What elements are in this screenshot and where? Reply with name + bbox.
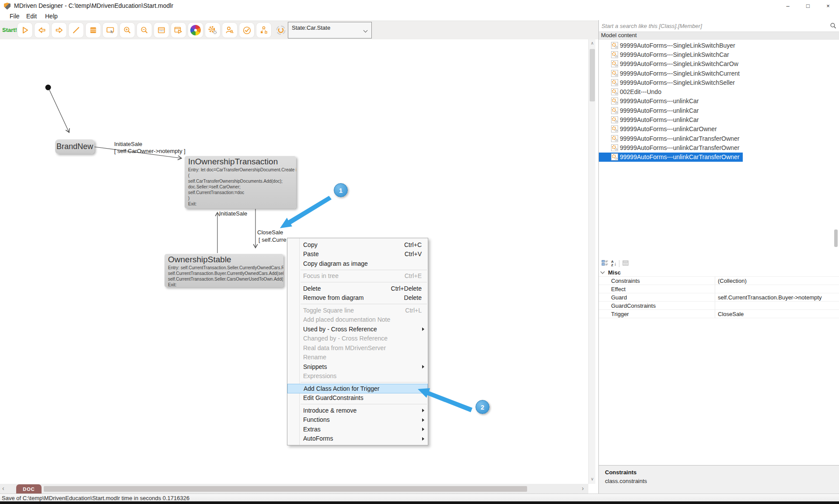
tree-item[interactable]: 002Edit---Undo — [599, 87, 665, 96]
search-icon[interactable] — [830, 22, 837, 29]
tree-item[interactable]: 99999AutoForms---unlinkCarTransferOwner — [599, 134, 743, 143]
minimize-button[interactable]: – — [778, 0, 798, 12]
state-body-line: doc.Seller:=self.CarOwner; — [185, 184, 296, 190]
play-button[interactable] — [17, 22, 33, 38]
tree-item[interactable]: 99999AutoForms---unlinkCar — [599, 97, 703, 106]
search-input[interactable] — [601, 21, 825, 30]
state-ownership-stable[interactable]: OwnershipStable Entry: self.CurrentTrans… — [164, 254, 283, 287]
state-in-ownership-transaction[interactable]: InOwnershipTransaction Entry: let doc=Ca… — [185, 156, 296, 209]
menu-item-rename: Rename — [287, 353, 428, 362]
doc-tab[interactable]: DOC — [16, 484, 42, 494]
canvas-vertical-scrollbar[interactable]: ∧ ∨ — [588, 39, 595, 484]
state-brandnew[interactable]: BrandNew — [55, 139, 94, 154]
state-dropdown[interactable]: State:Car.State — [288, 22, 372, 38]
zoom-out-button[interactable] — [136, 22, 152, 38]
scroll-down-icon[interactable]: ∨ — [589, 476, 596, 481]
menu-separator — [301, 270, 427, 270]
tree-item-label: 99999AutoForms---unlinkCarTransferOwner — [620, 144, 739, 151]
tree-item-label: 99999AutoForms---unlinkCar — [620, 116, 699, 123]
zoom-in-button[interactable] — [119, 22, 135, 38]
maximize-button[interactable]: □ — [798, 0, 818, 12]
property-value[interactable]: CloseSale — [715, 310, 839, 318]
tree-item[interactable]: 99999AutoForms---unlinkCar — [599, 106, 703, 115]
menu-item-autoforms[interactable]: AutoForms — [287, 434, 428, 444]
menu-item-paste[interactable]: PasteCtrl+V — [287, 250, 428, 259]
transition-label-initiatesale-up[interactable]: InitiateSale — [219, 210, 247, 217]
property-value[interactable] — [715, 302, 839, 309]
vertical-scroll-thumb[interactable] — [590, 49, 595, 101]
menu-edit[interactable]: Edit — [24, 13, 38, 20]
menu-item-extras[interactable]: Extras — [287, 424, 428, 434]
menu-file[interactable]: File — [8, 13, 21, 20]
menu-item-delete[interactable]: DeleteCtrl+Delete — [287, 284, 428, 293]
scroll-up-icon[interactable]: ∧ — [589, 41, 596, 45]
menu-item-remove-from-diagram[interactable]: Remove from diagramDelete — [287, 293, 428, 303]
menu-item-functions[interactable]: Functions — [287, 415, 428, 425]
app-icon — [4, 3, 10, 10]
state-body-line: self.CurrentTransaction.Seller.CarsOwner… — [164, 276, 283, 282]
window-play-button[interactable] — [171, 22, 186, 38]
diagram-nodes-button[interactable] — [256, 22, 272, 38]
tree-item[interactable]: 99999AutoForms---SingleLinkSwitchBuyer — [599, 41, 739, 50]
forward-button[interactable] — [51, 22, 67, 38]
tree-scroll-thumb[interactable] — [834, 229, 838, 247]
menu-item-label: Delete — [303, 285, 321, 292]
tree-item[interactable]: 99999AutoForms---unlinkCarTransferOwner — [599, 143, 743, 152]
model-content-header: Model content — [599, 32, 839, 40]
property-value[interactable]: self.CurrentTransaction.Buyer->notempty — [715, 293, 839, 301]
window-grid-button[interactable] — [154, 22, 169, 38]
tree-item[interactable]: 99999AutoForms---SingleLinkSwitchCurrent — [599, 69, 743, 78]
menu-item-used-by-cross-reference[interactable]: Used by - Cross Reference — [287, 324, 428, 334]
color-wheel-button[interactable] — [188, 22, 203, 38]
alphabetical-sort-button[interactable]: AZ↓ — [611, 260, 616, 267]
state-title: BrandNew — [56, 142, 93, 151]
settings-gears-button[interactable] — [205, 22, 220, 38]
property-value[interactable] — [715, 285, 839, 293]
back-button[interactable] — [34, 22, 50, 38]
tree-item[interactable]: 99999AutoForms---unlinkCar — [599, 115, 703, 124]
class-tool-button[interactable] — [85, 22, 101, 38]
menu-item-label: Expressions — [303, 372, 336, 379]
property-row-effect[interactable]: Effect — [599, 285, 839, 293]
tree-item[interactable]: 99999AutoForms---SingleLinkSwitchCarOw — [599, 59, 742, 69]
menu-item-label: Add placed documentation Note — [303, 316, 390, 323]
menu-item-copy-diagram-as-image[interactable]: Copy diagram as image — [287, 259, 428, 268]
tree-item[interactable]: 99999AutoForms---SingleLinkSwitchSeller — [599, 78, 738, 87]
property-row-guardconstraints[interactable]: GuardConstraints — [599, 302, 839, 310]
validate-button[interactable] — [239, 22, 255, 38]
line-tool-button[interactable] — [68, 22, 84, 38]
submenu-arrow-icon — [422, 409, 424, 412]
property-category-misc[interactable]: Misc — [599, 268, 839, 277]
autoform-action-icon — [611, 125, 618, 132]
scroll-right-icon[interactable]: › — [582, 485, 584, 492]
chevron-down-icon — [364, 28, 368, 33]
transition-label-closesale[interactable]: CloseSale — [257, 229, 283, 236]
autoform-action-icon — [611, 107, 618, 114]
menu-item-copy[interactable]: CopyCtrl+C — [287, 240, 428, 250]
window-bottom-edge — [0, 501, 839, 504]
menu-item-snippets[interactable]: Snippets — [287, 362, 428, 372]
tree-item-selected[interactable]: 99999AutoForms---unlinkCarTransferOwner — [599, 153, 743, 162]
tree-item[interactable]: 99999AutoForms---unlinkCarOwner — [599, 125, 720, 134]
spiral-button[interactable] — [273, 22, 289, 38]
viewmodel-button[interactable] — [102, 22, 118, 38]
property-row-trigger[interactable]: Trigger CloseSale — [599, 310, 839, 318]
menu-item-add-class-action-for-trigger[interactable]: Add Class Action for Trigger — [287, 384, 428, 393]
transition-label-initiatesale[interactable]: InitiateSale — [114, 141, 142, 147]
menu-item-introduce-and-remove[interactable]: Introduce & remove — [287, 406, 428, 415]
property-value[interactable]: (Collection) — [715, 277, 839, 285]
access-groups-button[interactable] — [222, 22, 238, 38]
categorized-view-button[interactable] — [601, 260, 608, 268]
menu-item-edit-guardconstraints[interactable]: Edit GuardConstraints — [287, 393, 428, 403]
tree-item[interactable]: 99999AutoForms---SingleLinkSwitchCar — [599, 50, 733, 59]
scroll-left-icon[interactable]: ‹ — [2, 485, 4, 492]
menu-help[interactable]: Help — [43, 13, 59, 20]
close-button[interactable]: × — [818, 0, 838, 12]
transition-guard-closesale: [ self.Current — [259, 236, 287, 243]
property-row-constraints[interactable]: Constraints (Collection) — [599, 277, 839, 285]
start-button[interactable]: Start! — [2, 27, 17, 33]
canvas-horizontal-scrollbar[interactable]: ‹ DOC › — [0, 484, 588, 494]
property-row-guard[interactable]: Guard self.CurrentTransaction.Buyer->not… — [599, 293, 839, 302]
menu-item-toggle-square-line: Toggle Square lineCtrl+L — [287, 306, 428, 315]
horizontal-scroll-thumb[interactable] — [44, 486, 527, 492]
